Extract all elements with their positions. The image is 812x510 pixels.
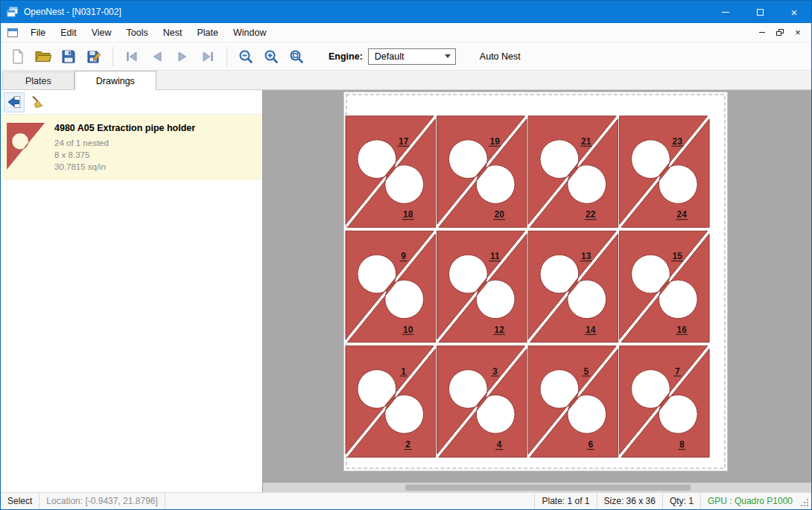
maximize-icon <box>757 9 764 16</box>
menu-tools[interactable]: Tools <box>119 25 156 41</box>
last-arrow-icon <box>200 50 215 63</box>
drawings-toolbar <box>1 90 262 115</box>
plate-drawing: 171819202122232491011121314151612345678 <box>344 92 727 471</box>
new-button[interactable] <box>5 45 31 68</box>
save-button[interactable] <box>56 45 81 68</box>
part-number-label: 21 <box>581 136 591 147</box>
status-mode: Select <box>1 493 39 509</box>
zoom-in-icon <box>264 49 279 64</box>
minimize-button[interactable] <box>708 1 743 23</box>
mdi-minimize-icon <box>759 32 765 33</box>
status-bar: Select Location: [-0.9437, 21.8796] Plat… <box>1 492 811 509</box>
panel-tab-strip: Plates Drawings <box>1 71 811 90</box>
status-plate: Plate: 1 of 1 <box>534 493 596 509</box>
mdi-restore-icon <box>776 29 784 36</box>
drawing-info: 4980 A05 Extraction pipe holder 24 of 1 … <box>54 121 195 173</box>
minimize-icon <box>722 12 729 13</box>
save-edit-button[interactable] <box>81 45 107 68</box>
zoom-fit-icon <box>289 49 304 64</box>
send-to-plates-button[interactable] <box>4 92 25 112</box>
app-icon <box>7 6 19 18</box>
clear-drawings-button[interactable] <box>27 92 48 112</box>
nest-pair: 2122 <box>528 116 618 227</box>
status-qty: Qty: 1 <box>662 493 700 509</box>
part-number-label: 23 <box>673 136 683 147</box>
menu-bar: File Edit View Tools Nest Plate Window × <box>1 23 811 42</box>
nest-pair: 78 <box>620 346 710 457</box>
status-location: Location: [-0.9437, 21.8796] <box>39 493 165 509</box>
horizontal-scrollbar[interactable] <box>263 482 811 492</box>
save-edit-icon <box>86 49 101 64</box>
drawings-panel: 4980 A05 Extraction pipe holder 24 of 1 … <box>1 90 263 492</box>
toolbar-separator <box>226 47 227 66</box>
previous-plate-button[interactable] <box>145 45 170 68</box>
first-plate-button[interactable] <box>119 45 145 68</box>
engine-value: Default <box>375 51 445 62</box>
part-number-label: 8 <box>679 439 685 450</box>
menu-plate[interactable]: Plate <box>189 25 226 41</box>
resize-grip[interactable] <box>799 493 811 509</box>
mdi-restore-button[interactable] <box>771 25 789 40</box>
next-plate-button[interactable] <box>170 45 195 68</box>
auto-nest-button[interactable]: Auto Nest <box>475 48 525 65</box>
mdi-child-icon[interactable] <box>7 27 19 39</box>
nest-pair: 1718 <box>346 116 436 227</box>
nest-pair: 1920 <box>437 116 527 227</box>
part-number-label: 12 <box>495 325 505 335</box>
toolbar-separator <box>112 47 113 66</box>
nest-pair: 2324 <box>620 116 710 227</box>
zoom-fit-button[interactable] <box>284 45 309 68</box>
mdi-minimize-button[interactable] <box>753 25 771 40</box>
tab-drawings[interactable]: Drawings <box>74 71 156 90</box>
drawing-area: 30.7815 sq/in <box>54 161 195 173</box>
part-number-label: 17 <box>399 136 409 147</box>
nest-pair: 56 <box>528 346 618 457</box>
part-number-label: 9 <box>401 251 406 261</box>
open-folder-icon <box>35 49 51 63</box>
menu-view[interactable]: View <box>84 25 119 41</box>
save-floppy-icon <box>61 49 76 64</box>
open-button[interactable] <box>31 45 56 68</box>
part-number-label: 10 <box>403 325 413 335</box>
mdi-close-button[interactable]: × <box>789 25 807 40</box>
close-button[interactable]: × <box>777 1 811 23</box>
drawing-list-item[interactable]: 4980 A05 Extraction pipe holder 24 of 1 … <box>1 115 262 180</box>
new-file-icon <box>10 49 25 64</box>
part-number-label: 5 <box>583 366 589 377</box>
nest-pair: 34 <box>437 346 527 457</box>
part-number-label: 18 <box>403 209 413 220</box>
grip-dots-icon <box>801 499 810 508</box>
part-number-label: 24 <box>677 209 688 220</box>
next-arrow-icon <box>175 50 190 63</box>
part-number-label: 22 <box>586 209 596 220</box>
scrollbar-thumb[interactable] <box>405 485 691 491</box>
last-plate-button[interactable] <box>195 45 221 68</box>
menu-nest[interactable]: Nest <box>156 25 190 41</box>
nest-pair: 12 <box>346 346 436 457</box>
maximize-button[interactable] <box>743 1 777 23</box>
window-title: OpenNest - [N0317-002] <box>24 7 121 17</box>
zoom-out-button[interactable] <box>233 45 258 68</box>
part-number-label: 7 <box>675 366 680 377</box>
part-number-label: 6 <box>588 439 593 450</box>
previous-arrow-icon <box>150 50 165 63</box>
drawing-title: 4980 A05 Extraction pipe holder <box>54 123 195 133</box>
nest-pair: 1314 <box>528 231 618 342</box>
part-number-label: 14 <box>586 325 596 335</box>
app-window: OpenNest - [N0317-002] × File Edit View … <box>0 0 812 510</box>
arrow-left-icon <box>7 95 22 109</box>
engine-dropdown[interactable]: Default <box>368 48 456 65</box>
tab-plates[interactable]: Plates <box>2 71 74 89</box>
zoom-in-button[interactable] <box>258 45 284 68</box>
zoom-out-icon <box>238 49 253 64</box>
menu-file[interactable]: File <box>23 25 53 41</box>
part-number-label: 3 <box>492 366 498 377</box>
part-number-label: 4 <box>497 439 502 450</box>
part-number-label: 20 <box>495 209 505 220</box>
menu-window[interactable]: Window <box>226 25 273 41</box>
nest-canvas[interactable]: 171819202122232491011121314151612345678 <box>263 90 811 492</box>
menu-edit[interactable]: Edit <box>53 25 84 41</box>
chevron-down-icon <box>445 54 451 58</box>
part-number-label: 13 <box>581 251 591 261</box>
drawing-nested-count: 24 of 1 nested <box>54 137 195 149</box>
